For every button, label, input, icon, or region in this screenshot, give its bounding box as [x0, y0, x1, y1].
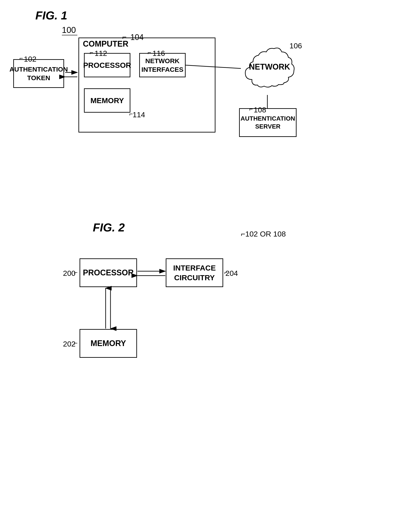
ref-102or108: 102 OR 108: [245, 230, 286, 238]
processor-label-2: PROCESSOR: [83, 268, 134, 277]
ref-108-bracket: ⌐: [249, 105, 253, 113]
memory-label-2: MEMORY: [91, 339, 126, 348]
memory-box-2: MEMORY: [79, 329, 137, 358]
ref-202: 202: [63, 340, 76, 348]
ref-108: 108: [254, 105, 266, 114]
ref-114-bracket: ⌐: [129, 110, 133, 117]
memory-label-1: MEMORY: [90, 96, 124, 105]
ref-204: 204: [225, 269, 238, 278]
auth-server-box: AUTHENTICATIONSERVER: [239, 108, 296, 137]
ref-102: 102: [24, 55, 37, 63]
interface-circuitry-box: INTERFACECIRCUITRY: [166, 258, 223, 287]
ref-112-bracket: ⌐: [90, 49, 93, 56]
processor-label-1: PROCESSOR: [83, 61, 131, 70]
ref-114: 114: [133, 110, 145, 119]
fig2-title: FIG. 2: [93, 221, 125, 234]
network-cloud-svg: NETWORK: [241, 44, 298, 95]
auth-token-box: AUTHENTICATIONTOKEN: [13, 59, 64, 88]
ref-116: 116: [152, 49, 165, 58]
ref-116-bracket: ⌐: [148, 49, 151, 56]
ref-102or108-bracket: ⌐: [241, 230, 245, 238]
processor-box-1: PROCESSOR: [84, 53, 130, 77]
network-interfaces-label: NETWORKINTERFACES: [141, 57, 183, 74]
ref-112: 112: [95, 49, 107, 58]
auth-token-label: AUTHENTICATIONTOKEN: [10, 65, 68, 82]
processor-box-2: PROCESSOR: [79, 258, 137, 287]
ref-106: 106: [289, 41, 302, 50]
page: FIG. 1 100 COMPUTER ⌐ 104 PROCESSOR ⌐ 11…: [0, 0, 413, 532]
interface-label: INTERFACECIRCUITRY: [173, 263, 216, 283]
ref-100-underline: [62, 35, 77, 35]
svg-text:NETWORK: NETWORK: [249, 62, 290, 71]
ref-200: 200: [63, 269, 76, 278]
ref-102-bracket: ⌐: [20, 55, 23, 62]
fig1-title: FIG. 1: [35, 9, 67, 22]
memory-box-1: MEMORY: [84, 88, 130, 113]
auth-server-label: AUTHENTICATIONSERVER: [241, 115, 295, 131]
ref-100: 100: [62, 25, 76, 35]
